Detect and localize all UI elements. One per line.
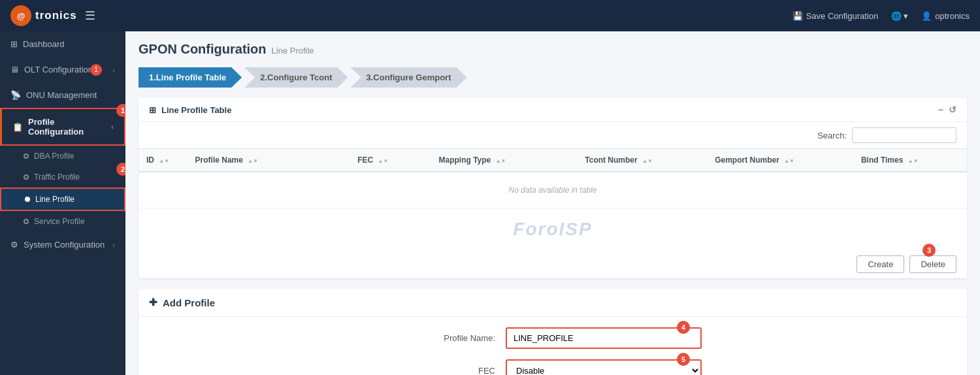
page-subtitle: Line Profile (272, 46, 314, 56)
table-header-row: ID ▲▼ Profile Name ▲▼ FEC ▲▼ Mapping T (139, 149, 967, 172)
profile-name-label: Profile Name: (404, 333, 495, 343)
col-header-mapping[interactable]: Mapping Type ▲▼ (431, 149, 578, 172)
fec-label: FEC (404, 366, 495, 375)
main-layout: ⊞ Dashboard 🖥 OLT Configuration 1 ‹ 📡 ON… (0, 31, 980, 375)
step-badge-4: 4 (677, 321, 690, 334)
delete-button[interactable]: Delete (909, 255, 956, 273)
globe-icon: 🌐 (891, 11, 902, 21)
search-label: Search: (817, 131, 847, 140)
table-toolbar: Search: (139, 122, 967, 148)
user-icon: 👤 (921, 11, 932, 21)
table-icon: ⊞ (149, 105, 156, 115)
wizard-tab-1[interactable]: 1.Line Profile Table (139, 67, 242, 88)
sidebar-label-traffic: Traffic Profile (34, 172, 80, 182)
minimize-icon[interactable]: − (938, 105, 943, 115)
sort-mapping-icon: ▲▼ (496, 158, 506, 164)
card-header: ⊞ Line Profile Table − ↺ (139, 98, 967, 122)
col-id-label: ID (146, 155, 154, 165)
sidebar-item-traffic-profile[interactable]: Traffic Profile 2 (0, 167, 125, 188)
col-header-tcont[interactable]: Tcont Number ▲▼ (577, 149, 707, 172)
main-content: GPON Configuration Line Profile 1.Line P… (125, 31, 980, 375)
fec-select[interactable]: Disable Enable (506, 359, 702, 375)
sidebar-item-line-profile[interactable]: Line Profile (0, 188, 125, 211)
wizard-tab-3-label: 3.Configure Gemport (367, 73, 451, 82)
add-profile-title: Add Profile (163, 297, 215, 308)
form-section: 4 Profile Name: 5 FEC Disable Enable (139, 317, 967, 375)
sidebar-label-service: Service Profile (34, 217, 84, 226)
table-actions: 3 Create Delete (139, 250, 967, 278)
refresh-icon[interactable]: ↺ (949, 105, 956, 115)
card-header-actions: − ↺ (938, 105, 956, 115)
profile-name-input[interactable] (506, 327, 702, 349)
logo: @ tronics (10, 5, 77, 26)
sidebar-label-profile-config: Profile Configuration (28, 117, 106, 137)
step-badge-5: 5 (677, 353, 690, 366)
top-navigation: @ tronics ☰ 💾 Save Configuration 🌐 ▾ 👤 o… (0, 0, 980, 31)
sidebar-label-onu: ONU Management (26, 90, 97, 100)
col-header-bind[interactable]: Bind Times ▲▼ (853, 149, 967, 172)
service-dot-icon (24, 219, 29, 224)
save-icon: 💾 (792, 11, 803, 21)
sidebar-item-onu[interactable]: 📡 ONU Management (0, 82, 125, 108)
col-header-id[interactable]: ID ▲▼ (139, 149, 188, 172)
logo-icon: @ (10, 5, 31, 26)
sidebar-label-olt: OLT Configuration (24, 65, 93, 74)
traffic-dot-icon (24, 174, 29, 180)
lang-arrow: ▾ (904, 11, 908, 21)
add-profile-card: ✚ Add Profile 4 Profile Name: 5 (139, 289, 967, 375)
sort-bind-icon: ▲▼ (908, 158, 919, 164)
data-table: ID ▲▼ Profile Name ▲▼ FEC ▲▼ Mapping T (139, 148, 967, 208)
user-menu[interactable]: 👤 optronics (921, 11, 970, 21)
sort-profile-name-icon: ▲▼ (248, 158, 258, 164)
wizard-tabs: 1.Line Profile Table 2.Configure Tcont 3… (139, 67, 967, 88)
onu-icon: 📡 (10, 90, 21, 100)
col-header-profile-name[interactable]: Profile Name ▲▼ (188, 149, 350, 172)
olt-icon: 🖥 (10, 65, 19, 74)
system-arrow: ‹ (112, 241, 115, 249)
create-button[interactable]: Create (857, 255, 904, 273)
col-mapping-label: Mapping Type (439, 155, 491, 165)
no-data-cell: No data available in table (139, 172, 967, 208)
wizard-tab-2-label: 2.Configure Tcont (260, 73, 332, 82)
dba-dot-icon (24, 154, 29, 159)
add-profile-header: ✚ Add Profile (139, 289, 967, 317)
step-badge-2: 2 (116, 163, 125, 176)
col-tcont-label: Tcont Number (585, 155, 637, 165)
language-selector[interactable]: 🌐 ▾ (891, 11, 908, 21)
sidebar-label-system: System Configuration (24, 240, 105, 250)
wizard-tab-1-label: 1.Line Profile Table (149, 73, 226, 82)
profile-config-arrow: ‹ (111, 123, 114, 131)
sort-fec-icon: ▲▼ (378, 158, 389, 164)
sidebar-item-profile-config[interactable]: 📋 Profile Configuration 1 ‹ (0, 108, 125, 146)
system-icon: ⚙ (10, 240, 18, 250)
col-header-fec[interactable]: FEC ▲▼ (350, 149, 431, 172)
col-header-gemport[interactable]: Gemport Number ▲▼ (707, 149, 853, 172)
sidebar-item-olt-config[interactable]: 🖥 OLT Configuration 1 ‹ (0, 57, 125, 82)
page-header: GPON Configuration Line Profile (139, 42, 967, 57)
line-profile-table-card: ⊞ Line Profile Table − ↺ Search: ID (139, 98, 967, 278)
save-configuration-button[interactable]: 💾 Save Configuration (792, 11, 879, 21)
svg-text:@: @ (17, 11, 25, 21)
sidebar-label-line: Line Profile (35, 195, 74, 204)
wizard-tab-2[interactable]: 2.Configure Tcont (244, 67, 348, 88)
sidebar-label-dashboard: Dashboard (23, 39, 65, 49)
step-badge-3: 3 (923, 244, 936, 257)
sidebar-item-system-config[interactable]: ⚙ System Configuration ‹ (0, 232, 125, 257)
form-row-profile-name: 4 Profile Name: (152, 327, 954, 349)
sidebar-item-dba-profile[interactable]: DBA Profile (0, 146, 125, 167)
step-badge-1: 1 (116, 104, 125, 117)
sidebar-item-dashboard[interactable]: ⊞ Dashboard (0, 31, 125, 57)
logo-text: tronics (35, 9, 77, 22)
sort-tcont-icon: ▲▼ (642, 158, 653, 164)
col-fec-label: FEC (357, 155, 373, 165)
line-dot-icon (25, 197, 30, 202)
col-profile-name-label: Profile Name (195, 155, 243, 165)
menu-toggle-icon[interactable]: ☰ (85, 8, 95, 23)
wizard-tab-3[interactable]: 3.Configure Gemport (351, 67, 467, 88)
search-input[interactable] (852, 127, 956, 143)
table-no-data-row: No data available in table (139, 172, 967, 208)
profile-config-icon: 📋 (12, 122, 23, 132)
col-gemport-label: Gemport Number (715, 155, 779, 165)
topnav-right: 💾 Save Configuration 🌐 ▾ 👤 optronics (792, 11, 970, 21)
sidebar-item-service-profile[interactable]: Service Profile (0, 211, 125, 232)
